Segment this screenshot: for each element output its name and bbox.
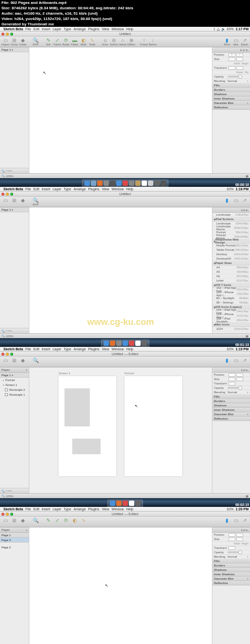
tool-group[interactable]: ⊞ [10, 197, 18, 203]
menu-help[interactable]: Help [126, 187, 133, 191]
menu-arrange[interactable]: Arrange [74, 187, 86, 191]
tool-zoom[interactable]: 🔍 [32, 517, 40, 523]
tool-view[interactable]: ▭ [232, 517, 240, 523]
dock-app[interactable] [129, 341, 134, 346]
clock[interactable]: 1:19 PM [236, 347, 249, 351]
x-input[interactable]: X [229, 53, 235, 57]
dock-app[interactable] [154, 181, 160, 186]
preset-item[interactable]: 100 – iPad Spotlight100x100px [212, 318, 250, 322]
menu-view[interactable]: View [102, 27, 109, 31]
shadows-section[interactable]: Shadows [212, 568, 250, 572]
menu-arrange[interactable]: Arrange [74, 27, 86, 31]
tool-symbol[interactable]: ◆ [19, 517, 27, 523]
canvas[interactable]: Screen 1 Portrait ↖ [29, 367, 212, 493]
dock-app[interactable] [116, 501, 122, 506]
blur-section[interactable]: Gaussian Blur▾ [212, 577, 250, 581]
blur-section[interactable]: Gaussian Blur▾ [212, 412, 250, 417]
tool-ungroup[interactable]: ▭ [1, 357, 9, 363]
menu-plugins[interactable]: Plugins [88, 507, 100, 511]
tool-backward[interactable]: ↓Backward [149, 37, 157, 46]
align-icons[interactable]: ⊫⊫⊫ [241, 208, 249, 212]
menu-edit[interactable]: Edit [33, 27, 39, 31]
dock-finder[interactable] [84, 181, 90, 186]
menu-view[interactable]: View [102, 507, 109, 511]
rotate-input[interactable] [229, 382, 235, 385]
menu-help[interactable]: Help [126, 27, 133, 31]
preset-cat-mac[interactable]: ▾ Mac Icons [212, 322, 250, 327]
dock-app[interactable] [135, 341, 141, 346]
preset-cat-responsive[interactable]: ▾ Responsive Web Design [212, 239, 250, 243]
layer-rect1[interactable]: Rectangle 1 [0, 392, 29, 397]
menu-plugins[interactable]: Plugins [88, 27, 100, 31]
grid-toggle-icon[interactable]: ▦ [246, 334, 249, 338]
zoom-value[interactable]: 100% [6, 175, 13, 178]
tool-ungroup[interactable]: ▭ [1, 517, 9, 523]
menu-layer[interactable]: Layer [53, 27, 62, 31]
zoom-value[interactable]: 100% [6, 495, 13, 498]
x-input[interactable] [229, 373, 235, 377]
menu-arrange[interactable]: Arrange [74, 507, 86, 511]
reflection-section[interactable]: Reflection [212, 581, 250, 585]
layer-portrait[interactable]: ▸Portrait [0, 378, 29, 382]
dock-app[interactable] [148, 181, 153, 186]
dock-app[interactable] [142, 341, 147, 346]
menu-file[interactable]: File [25, 27, 31, 31]
menu-plugins[interactable]: Plugins [88, 187, 100, 191]
align-icons[interactable]: ⊫⊫⊫ [241, 528, 249, 532]
rotate-input[interactable] [229, 66, 235, 70]
preset-item[interactable]: 120 – iPhone App I…120x120px [212, 292, 250, 296]
checkbox[interactable] [5, 388, 8, 391]
preset-item[interactable]: 58 – Settings58x58px [212, 301, 250, 305]
menu-type[interactable]: Type [63, 347, 71, 351]
preset-item[interactable]: 80 – Spotlight80x80px [212, 296, 250, 301]
menu-file[interactable]: File [25, 507, 31, 511]
menu-view[interactable]: View [102, 187, 109, 191]
menu-window[interactable]: Window [112, 347, 124, 351]
menu-type[interactable]: Type [63, 27, 71, 31]
tool-zoom[interactable]: 🔍 [32, 357, 40, 363]
tool-mirror[interactable]: ▮ [223, 197, 231, 203]
dock-app[interactable] [104, 341, 109, 346]
layer-filter[interactable]: 🔍Filter [0, 328, 29, 333]
tool-transform[interactable]: ⤢ [53, 517, 61, 523]
preset-item[interactable]: Mobile Portrait320x1024px [212, 243, 250, 248]
w-input[interactable] [229, 58, 235, 61]
inner-shadows-section[interactable]: Inner Shadows [212, 408, 250, 412]
menu-insert[interactable]: Insert [42, 187, 50, 191]
layer-rect2[interactable]: Rectangle 2 [0, 387, 29, 392]
dock-app[interactable] [110, 501, 115, 506]
wifi-icon[interactable]: ⧋ [217, 27, 220, 31]
dock-app[interactable] [104, 181, 109, 186]
preset-item[interactable]: A6297x420px [212, 274, 250, 279]
menu-window[interactable]: Window [112, 507, 124, 511]
align-icons[interactable]: ⊫⊫⊫ [241, 368, 249, 372]
page-2-tab[interactable]: Page 2 [0, 545, 29, 550]
tool-subtract[interactable]: ⊖Subtract [110, 37, 118, 46]
menu-file[interactable]: File [25, 187, 31, 191]
rotate-input[interactable] [229, 546, 235, 550]
tool-mirror[interactable]: ▮ [223, 517, 231, 523]
w-input[interactable] [229, 538, 235, 541]
blur-section[interactable]: Gaussian Blur▾ [212, 101, 250, 105]
dock-app[interactable] [116, 341, 122, 346]
align-icon[interactable]: ⊫ [240, 48, 243, 52]
battery-text[interactable]: 83% [227, 187, 234, 191]
w-input[interactable] [229, 378, 235, 381]
tool-group[interactable]: ⊞ [10, 517, 18, 523]
inner-shadows-section[interactable]: Inner Shadows [212, 97, 250, 101]
battery-text[interactable]: 83% [227, 27, 234, 31]
clock[interactable]: 1:20 PM [236, 507, 249, 511]
rectangle-shape[interactable] [64, 388, 90, 426]
menu-edit[interactable]: Edit [33, 347, 39, 351]
tool-group[interactable]: ⊞ [10, 357, 18, 363]
dock-app[interactable] [110, 341, 115, 346]
dock-app[interactable] [142, 181, 147, 186]
reflection-section[interactable]: Reflection [212, 417, 250, 421]
shadows-section[interactable]: Shadows [212, 403, 250, 408]
dock-app[interactable] [123, 341, 128, 346]
menu-file[interactable]: File [25, 347, 31, 351]
tool-symbol[interactable]: ◆ [19, 357, 27, 363]
h-input[interactable] [236, 538, 243, 541]
flip-input[interactable] [236, 66, 243, 70]
h-input[interactable] [236, 378, 243, 381]
